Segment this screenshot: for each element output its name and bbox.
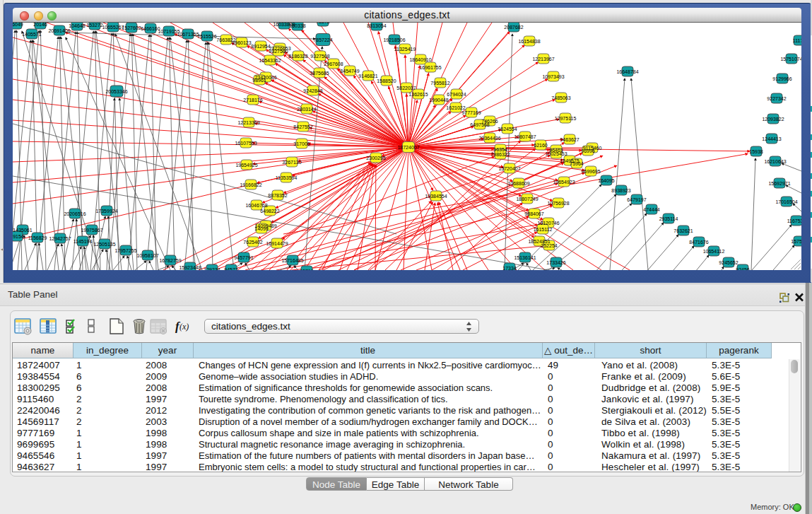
svg-text:1615112: 1615112 <box>534 227 553 232</box>
svg-text:10807487: 10807487 <box>514 134 536 139</box>
svg-text:18807249: 18807249 <box>516 197 538 201</box>
svg-text:9146821: 9146821 <box>358 74 377 78</box>
svg-text:6794024: 6794024 <box>447 92 466 97</box>
svg-text:14099: 14099 <box>254 226 269 231</box>
svg-text:9699695: 9699695 <box>581 169 600 174</box>
svg-text:15938: 15938 <box>749 149 763 154</box>
svg-text:8960123: 8960123 <box>232 40 251 45</box>
svg-text:7625402: 7625402 <box>243 240 262 245</box>
svg-text:8912954: 8912954 <box>251 44 270 49</box>
svg-text:16046768: 16046768 <box>245 203 267 208</box>
svg-text:2803144: 2803144 <box>297 107 316 112</box>
svg-text:16914479: 16914479 <box>266 241 288 246</box>
svg-text:2967608: 2967608 <box>324 62 343 66</box>
svg-text:16154838: 16154838 <box>518 39 540 44</box>
svg-text:19384554: 19384554 <box>425 194 447 199</box>
svg-text:96996: 96996 <box>581 148 595 153</box>
svg-text:12975115: 12975115 <box>555 116 577 121</box>
svg-text:10756928: 10756928 <box>547 201 569 206</box>
svg-text:19166822: 19166822 <box>240 182 261 187</box>
svg-text:19218506: 19218506 <box>383 37 405 42</box>
svg-text:12213967: 12213967 <box>532 57 554 62</box>
svg-text:1145194: 1145194 <box>73 239 93 244</box>
svg-text:2718176: 2718176 <box>243 98 262 103</box>
svg-text:1733426: 1733426 <box>546 260 565 265</box>
svg-text:3267130: 3267130 <box>282 160 301 165</box>
svg-text:9777169: 9777169 <box>461 110 481 115</box>
svg-text:16782759: 16782759 <box>159 258 181 263</box>
svg-text:20364436: 20364436 <box>478 136 500 141</box>
svg-text:75964: 75964 <box>570 161 584 166</box>
svg-text:94577: 94577 <box>224 267 238 271</box>
svg-text:9327508: 9327508 <box>310 54 329 59</box>
svg-text:3875685: 3875685 <box>310 71 329 76</box>
svg-text:17016504: 17016504 <box>775 199 797 204</box>
svg-text:1167533: 1167533 <box>787 218 801 223</box>
svg-text:96354: 96354 <box>493 147 507 152</box>
svg-text:9129966: 9129966 <box>772 76 792 81</box>
svg-text:1405571: 1405571 <box>22 32 41 37</box>
svg-text:6498222: 6498222 <box>260 209 279 214</box>
svg-text:10958107: 10958107 <box>136 253 158 258</box>
svg-text:11171: 11171 <box>793 38 801 43</box>
svg-text:252254: 252254 <box>541 243 557 248</box>
svg-text:(x): (x) <box>180 322 189 332</box>
svg-text:7485063: 7485063 <box>551 95 570 100</box>
svg-text:8186328: 8186328 <box>288 54 307 59</box>
svg-text:17359924: 17359924 <box>95 209 117 214</box>
svg-text:10654112: 10654112 <box>703 249 725 254</box>
svg-text:8471676: 8471676 <box>689 240 708 245</box>
svg-text:19975867: 19975867 <box>81 228 102 233</box>
svg-text:16049: 16049 <box>13 23 23 27</box>
svg-text:62160: 62160 <box>534 143 548 148</box>
svg-text:15923448: 15923448 <box>179 265 201 270</box>
svg-text:15692971: 15692971 <box>768 181 790 186</box>
svg-text:6479197: 6479197 <box>627 197 646 202</box>
svg-text:16961755: 16961755 <box>419 65 441 70</box>
svg-text:9457791: 9457791 <box>234 255 253 260</box>
svg-text:12505135: 12505135 <box>93 242 115 247</box>
svg-text:5822037: 5822037 <box>396 86 416 90</box>
svg-text:78572: 78572 <box>316 23 330 24</box>
svg-text:19654923: 19654923 <box>553 180 575 185</box>
svg-text:8938923: 8938923 <box>611 188 630 193</box>
svg-text:7515526: 7515526 <box>197 34 216 39</box>
svg-text:20206516: 20206516 <box>64 211 86 216</box>
svg-text:2300295: 2300295 <box>366 156 385 160</box>
svg-text:104648: 104648 <box>69 23 85 28</box>
svg-text:7857224: 7857224 <box>313 37 332 42</box>
svg-text:129234: 129234 <box>204 267 220 271</box>
svg-text:10671355: 10671355 <box>177 32 199 37</box>
svg-text:8813054: 8813054 <box>367 23 386 28</box>
svg-text:8454749: 8454749 <box>340 69 359 74</box>
svg-text:6497568: 6497568 <box>470 122 489 127</box>
svg-text:19654925: 19654925 <box>235 163 257 168</box>
svg-text:9327500: 9327500 <box>269 49 288 54</box>
svg-text:2087682: 2087682 <box>504 25 523 30</box>
svg-text:1588520: 1588520 <box>377 78 396 83</box>
svg-text:9884067: 9884067 <box>524 211 543 216</box>
svg-text:474444: 474444 <box>643 207 659 212</box>
svg-text:3624554: 3624554 <box>498 127 517 132</box>
svg-text:10973493: 10973493 <box>542 74 564 79</box>
svg-text:16210643: 16210643 <box>764 159 786 164</box>
svg-text:16107553: 16107553 <box>235 141 257 146</box>
svg-text:15136141: 15136141 <box>514 255 536 260</box>
svg-text:98961: 98961 <box>252 78 266 83</box>
svg-text:160338: 160338 <box>289 23 305 28</box>
svg-text:15716485: 15716485 <box>281 258 303 263</box>
svg-text:20053346: 20053346 <box>105 89 127 94</box>
svg-text:1156829: 1156829 <box>28 235 47 240</box>
svg-text:16543362: 16543362 <box>259 58 281 63</box>
svg-text:11353594: 11353594 <box>276 175 298 180</box>
svg-text:1435061: 1435061 <box>13 228 32 233</box>
svg-text:9245652: 9245652 <box>719 260 738 265</box>
svg-text:12942757: 12942757 <box>49 236 71 241</box>
svg-text:10655267: 10655267 <box>102 25 124 30</box>
svg-text:17957255: 17957255 <box>114 248 136 253</box>
svg-text:15716: 15716 <box>300 269 314 271</box>
svg-text:153272: 153272 <box>86 23 102 28</box>
svg-text:18724007: 18724007 <box>397 145 419 150</box>
svg-text:1621022: 1621022 <box>446 105 465 110</box>
svg-text:10025453: 10025453 <box>545 151 567 156</box>
